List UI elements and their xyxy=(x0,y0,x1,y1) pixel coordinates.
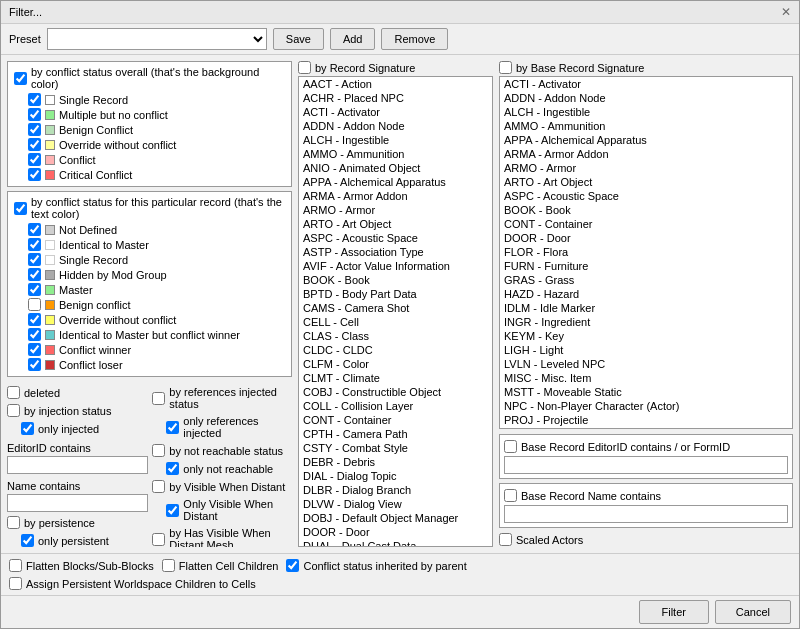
list-item[interactable]: FLOR - Flora xyxy=(500,245,792,259)
name-input[interactable] xyxy=(7,494,148,512)
conflict-overall-items: Single Record Multiple but no conflict B… xyxy=(14,92,285,182)
list-item[interactable]: CONT - Container xyxy=(299,413,492,427)
list-item[interactable]: ARTO - Art Object xyxy=(500,175,792,189)
list-item[interactable]: ASPC - Acoustic Space xyxy=(500,189,792,203)
base-rec-sig-list[interactable]: ACTI - Activator ADDN - Addon Node ALCH … xyxy=(499,76,793,429)
conflict-record-header: by conflict status for this particular r… xyxy=(14,196,285,220)
list-item[interactable]: ANIO - Animated Object xyxy=(299,161,492,175)
conflict-inherited-option: Conflict status inherited by parent xyxy=(286,558,466,573)
list-item[interactable]: ADDN - Addon Node xyxy=(299,119,492,133)
list-item[interactable]: ASPC - Acoustic Space xyxy=(299,231,492,245)
list-item[interactable]: ACHR - Placed NPC xyxy=(299,91,492,105)
conflict-single-record: Single Record xyxy=(28,92,285,107)
scaled-actors-checkbox: Scaled Actors xyxy=(499,532,793,547)
close-button[interactable]: ✕ xyxy=(781,5,791,19)
list-item[interactable]: AMMO - Ammunition xyxy=(500,119,792,133)
list-item[interactable]: MISC - Misc. Item xyxy=(500,371,792,385)
conflict-benign: Benign Conflict xyxy=(28,122,285,137)
list-item[interactable]: ACTI - Activator xyxy=(299,105,492,119)
remove-button[interactable]: Remove xyxy=(381,28,448,50)
list-item[interactable]: INGR - Ingredient xyxy=(500,315,792,329)
list-item[interactable]: HAZD - Hazard xyxy=(500,287,792,301)
list-item[interactable]: IDLM - Idle Marker xyxy=(500,301,792,315)
list-item[interactable]: CLFM - Color xyxy=(299,357,492,371)
record-sig-list[interactable]: AACT - Action ACHR - Placed NPC ACTI - A… xyxy=(298,76,493,547)
list-item[interactable]: CLAS - Class xyxy=(299,329,492,343)
list-item[interactable]: BOOK - Book xyxy=(500,203,792,217)
base-name-input[interactable] xyxy=(504,505,788,523)
options-grid: deleted by injection status only injecte… xyxy=(7,385,292,547)
list-item[interactable]: CLMT - Climate xyxy=(299,371,492,385)
list-item[interactable]: BPTD - Body Part Data xyxy=(299,287,492,301)
action-buttons: Filter Cancel xyxy=(1,595,799,628)
record-sig-checkbox[interactable] xyxy=(298,61,311,74)
list-item[interactable]: COBJ - Constructible Object xyxy=(299,385,492,399)
list-item[interactable]: AACT - Action xyxy=(299,77,492,91)
list-item[interactable]: KEYM - Key xyxy=(500,329,792,343)
add-button[interactable]: Add xyxy=(330,28,376,50)
list-item[interactable]: AMMO - Ammunition xyxy=(299,147,492,161)
base-name-section: Base Record Name contains xyxy=(499,483,793,528)
only-injected-option: only injected xyxy=(7,421,148,436)
list-item[interactable]: AVIF - Actor Value Information xyxy=(299,259,492,273)
editorid-row: EditorID contains xyxy=(7,442,148,474)
editorid-label: EditorID contains xyxy=(7,442,148,454)
main-content: by conflict status overall (that's the b… xyxy=(1,55,799,553)
list-item[interactable]: ACTI - Activator xyxy=(500,77,792,91)
editorid-input[interactable] xyxy=(7,456,148,474)
list-item[interactable]: DEBR - Debris xyxy=(299,455,492,469)
cancel-button[interactable]: Cancel xyxy=(715,600,791,624)
preset-select[interactable] xyxy=(47,28,267,50)
list-item[interactable]: CPTH - Camera Path xyxy=(299,427,492,441)
list-item[interactable]: CELL - Cell xyxy=(299,315,492,329)
base-rec-sig-header: by Base Record Signature xyxy=(499,61,793,74)
list-item[interactable]: CSTY - Combat Style xyxy=(299,441,492,455)
list-item[interactable]: APPA - Alchemical Apparatus xyxy=(500,133,792,147)
list-item[interactable]: DUAL - Dual Cast Data xyxy=(299,539,492,547)
list-item[interactable]: SCRL - Scroll xyxy=(500,427,792,429)
conflict-color-dot xyxy=(45,95,55,105)
list-item[interactable]: APPA - Alchemical Apparatus xyxy=(299,175,492,189)
base-editorid-input[interactable] xyxy=(504,456,788,474)
save-button[interactable]: Save xyxy=(273,28,324,50)
list-item[interactable]: ALCH - Ingestible xyxy=(299,133,492,147)
base-rec-sig-checkbox[interactable] xyxy=(499,61,512,74)
list-item[interactable]: ARMO - Armor xyxy=(500,161,792,175)
list-item[interactable]: DLVW - Dialog View xyxy=(299,497,492,511)
list-item[interactable]: CAMS - Camera Shot xyxy=(299,301,492,315)
conflict-color-dot xyxy=(45,155,55,165)
list-item[interactable]: ARMA - Armor Addon xyxy=(500,147,792,161)
base-editorid-box: Base Record EditorID contains / or FormI… xyxy=(499,434,793,479)
conflict-record-section: by conflict status for this particular r… xyxy=(7,191,292,377)
list-item[interactable]: CLDC - CLDC xyxy=(299,343,492,357)
list-item[interactable]: PROJ - Projectile xyxy=(500,413,792,427)
list-item[interactable]: ARMO - Armor xyxy=(299,203,492,217)
list-item[interactable]: DLBR - Dialog Branch xyxy=(299,483,492,497)
list-item[interactable]: BOOK - Book xyxy=(299,273,492,287)
list-item[interactable]: FURN - Furniture xyxy=(500,259,792,273)
base-record-panel: by Base Record Signature ACTI - Activato… xyxy=(499,61,793,547)
list-item[interactable]: LVLN - Leveled NPC xyxy=(500,357,792,371)
conflict-overall-checkbox[interactable] xyxy=(14,72,27,85)
list-item[interactable]: ASTP - Association Type xyxy=(299,245,492,259)
list-item[interactable]: CONT - Container xyxy=(500,217,792,231)
list-item[interactable]: NPC - Non-Player Character (Actor) xyxy=(500,399,792,413)
list-item[interactable]: ARTO - Art Object xyxy=(299,217,492,231)
conflict-conflict: Conflict xyxy=(28,152,285,167)
list-item[interactable]: COLL - Collision Layer xyxy=(299,399,492,413)
base-editorid-checkbox: Base Record EditorID contains / or FormI… xyxy=(504,439,788,454)
list-item[interactable]: GRAS - Grass xyxy=(500,273,792,287)
list-item[interactable]: DIAL - Dialog Topic xyxy=(299,469,492,483)
list-item[interactable]: LIGH - Light xyxy=(500,343,792,357)
list-item[interactable]: DOOR - Door xyxy=(299,525,492,539)
list-item[interactable]: DOOR - Door xyxy=(500,231,792,245)
filter-button[interactable]: Filter xyxy=(639,600,709,624)
list-item[interactable]: MSTT - Moveable Static xyxy=(500,385,792,399)
list-item[interactable]: DOBJ - Default Object Manager xyxy=(299,511,492,525)
list-item[interactable]: ADDN - Addon Node xyxy=(500,91,792,105)
list-item[interactable]: ARMA - Armor Addon xyxy=(299,189,492,203)
list-item[interactable]: ALCH - Ingestible xyxy=(500,105,792,119)
bottom-row-1: Flatten Blocks/Sub-Blocks Flatten Cell C… xyxy=(9,558,791,573)
conflict-record-checkbox[interactable] xyxy=(14,202,27,215)
conflict-color-dot xyxy=(45,170,55,180)
